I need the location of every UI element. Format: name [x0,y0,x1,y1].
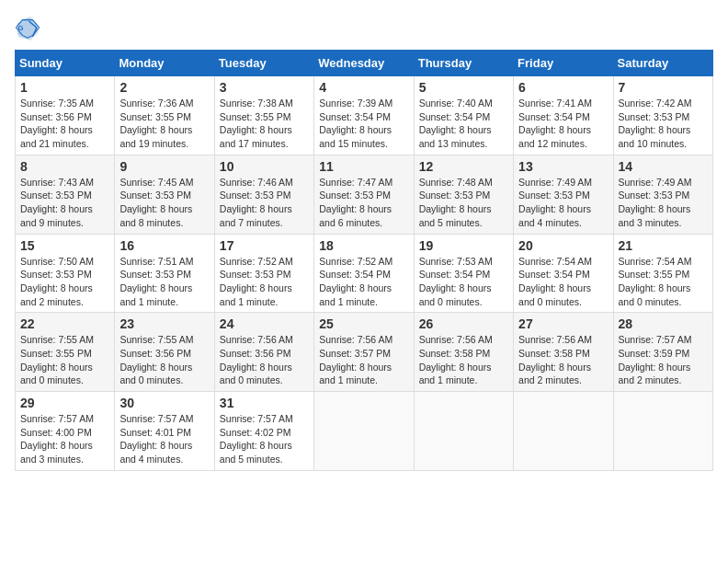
header-cell-thursday: Thursday [414,51,513,76]
day-info: Sunrise: 7:57 AMSunset: 3:59 PMDaylight:… [619,333,708,387]
day-cell: 23 Sunrise: 7:55 AMSunset: 3:56 PMDaylig… [115,313,214,392]
day-info: Sunrise: 7:48 AMSunset: 3:53 PMDaylight:… [419,176,508,230]
logo: G [15,15,44,40]
svg-text:G: G [18,24,24,32]
day-number: 4 [319,80,408,95]
day-cell: 7 Sunrise: 7:42 AMSunset: 3:53 PMDayligh… [613,76,712,155]
day-cell: 29 Sunrise: 7:57 AMSunset: 4:00 PMDaylig… [16,392,115,471]
day-cell: 13 Sunrise: 7:49 AMSunset: 3:53 PMDaylig… [514,155,613,234]
day-number: 16 [119,238,209,253]
day-info: Sunrise: 7:35 AMSunset: 3:56 PMDaylight:… [20,97,109,151]
day-number: 11 [319,159,408,174]
header-cell-sunday: Sunday [16,51,115,76]
day-cell: 4 Sunrise: 7:39 AMSunset: 3:54 PMDayligh… [314,76,414,155]
day-cell: 10 Sunrise: 7:46 AMSunset: 3:53 PMDaylig… [214,155,313,234]
day-number: 9 [119,159,209,174]
day-cell: 8 Sunrise: 7:43 AMSunset: 3:53 PMDayligh… [16,155,115,234]
day-info: Sunrise: 7:46 AMSunset: 3:53 PMDaylight:… [220,176,309,230]
day-number: 20 [518,238,608,253]
day-info: Sunrise: 7:51 AMSunset: 3:53 PMDaylight:… [119,255,209,309]
day-cell: 16 Sunrise: 7:51 AMSunset: 3:53 PMDaylig… [115,234,214,313]
week-row-4: 22 Sunrise: 7:55 AMSunset: 3:55 PMDaylig… [16,313,713,392]
day-number: 25 [319,316,408,331]
day-info: Sunrise: 7:55 AMSunset: 3:55 PMDaylight:… [20,333,109,387]
day-cell: 30 Sunrise: 7:57 AMSunset: 4:01 PMDaylig… [115,392,214,471]
day-number: 19 [419,238,508,253]
day-number: 22 [20,316,109,331]
calendar-header: SundayMondayTuesdayWednesdayThursdayFrid… [16,51,713,76]
day-info: Sunrise: 7:36 AMSunset: 3:55 PMDaylight:… [119,97,209,151]
day-cell: 12 Sunrise: 7:48 AMSunset: 3:53 PMDaylig… [414,155,513,234]
day-info: Sunrise: 7:49 AMSunset: 3:53 PMDaylight:… [619,176,708,230]
day-info: Sunrise: 7:56 AMSunset: 3:56 PMDaylight:… [220,333,309,387]
day-number: 27 [518,316,608,331]
day-number: 30 [119,396,209,410]
day-info: Sunrise: 7:41 AMSunset: 3:54 PMDaylight:… [518,97,608,151]
day-cell: 14 Sunrise: 7:49 AMSunset: 3:53 PMDaylig… [613,155,712,234]
day-number: 2 [119,80,209,95]
day-cell: 18 Sunrise: 7:52 AMSunset: 3:54 PMDaylig… [314,234,414,313]
day-cell: 20 Sunrise: 7:54 AMSunset: 3:54 PMDaylig… [514,234,613,313]
day-cell: 24 Sunrise: 7:56 AMSunset: 3:56 PMDaylig… [214,313,313,392]
day-number: 13 [518,159,608,174]
day-cell [613,392,712,471]
day-cell: 19 Sunrise: 7:53 AMSunset: 3:54 PMDaylig… [414,234,513,313]
day-cell: 31 Sunrise: 7:57 AMSunset: 4:02 PMDaylig… [214,392,313,471]
day-cell: 9 Sunrise: 7:45 AMSunset: 3:53 PMDayligh… [115,155,214,234]
calendar-body: 1 Sunrise: 7:35 AMSunset: 3:56 PMDayligh… [16,76,713,471]
day-info: Sunrise: 7:54 AMSunset: 3:55 PMDaylight:… [619,255,708,309]
day-cell: 21 Sunrise: 7:54 AMSunset: 3:55 PMDaylig… [613,234,712,313]
day-number: 1 [20,80,109,95]
day-info: Sunrise: 7:49 AMSunset: 3:53 PMDaylight:… [518,176,608,230]
day-number: 26 [419,316,508,331]
header-row: SundayMondayTuesdayWednesdayThursdayFrid… [16,51,713,76]
page-header: G [15,15,713,40]
day-cell: 2 Sunrise: 7:36 AMSunset: 3:55 PMDayligh… [115,76,214,155]
day-cell [514,392,613,471]
header-cell-tuesday: Tuesday [214,51,313,76]
day-cell: 26 Sunrise: 7:56 AMSunset: 3:58 PMDaylig… [414,313,513,392]
day-info: Sunrise: 7:57 AMSunset: 4:01 PMDaylight:… [119,412,209,466]
day-number: 31 [220,396,309,410]
day-cell [314,392,414,471]
day-info: Sunrise: 7:53 AMSunset: 3:54 PMDaylight:… [419,255,508,309]
day-number: 12 [419,159,508,174]
day-number: 28 [619,316,708,331]
day-info: Sunrise: 7:55 AMSunset: 3:56 PMDaylight:… [119,333,209,387]
day-number: 29 [20,396,109,410]
day-info: Sunrise: 7:52 AMSunset: 3:54 PMDaylight:… [319,255,408,309]
header-cell-friday: Friday [514,51,613,76]
day-info: Sunrise: 7:40 AMSunset: 3:54 PMDaylight:… [419,97,508,151]
header-cell-wednesday: Wednesday [314,51,414,76]
day-cell: 1 Sunrise: 7:35 AMSunset: 3:56 PMDayligh… [16,76,115,155]
day-number: 23 [119,316,209,331]
header-cell-monday: Monday [115,51,214,76]
day-cell [414,392,513,471]
calendar-table: SundayMondayTuesdayWednesdayThursdayFrid… [15,50,713,471]
day-cell: 6 Sunrise: 7:41 AMSunset: 3:54 PMDayligh… [514,76,613,155]
day-number: 17 [220,238,309,253]
day-cell: 22 Sunrise: 7:55 AMSunset: 3:55 PMDaylig… [16,313,115,392]
week-row-1: 1 Sunrise: 7:35 AMSunset: 3:56 PMDayligh… [16,76,713,155]
day-cell: 17 Sunrise: 7:52 AMSunset: 3:53 PMDaylig… [214,234,313,313]
logo-icon: G [15,15,40,40]
day-number: 7 [619,80,708,95]
day-info: Sunrise: 7:43 AMSunset: 3:53 PMDaylight:… [20,176,109,230]
day-cell: 15 Sunrise: 7:50 AMSunset: 3:53 PMDaylig… [16,234,115,313]
day-info: Sunrise: 7:57 AMSunset: 4:02 PMDaylight:… [220,412,309,466]
day-number: 6 [518,80,608,95]
day-number: 3 [220,80,309,95]
day-cell: 27 Sunrise: 7:56 AMSunset: 3:58 PMDaylig… [514,313,613,392]
day-cell: 11 Sunrise: 7:47 AMSunset: 3:53 PMDaylig… [314,155,414,234]
week-row-5: 29 Sunrise: 7:57 AMSunset: 4:00 PMDaylig… [16,392,713,471]
day-info: Sunrise: 7:45 AMSunset: 3:53 PMDaylight:… [119,176,209,230]
day-info: Sunrise: 7:57 AMSunset: 4:00 PMDaylight:… [20,412,109,466]
day-info: Sunrise: 7:39 AMSunset: 3:54 PMDaylight:… [319,97,408,151]
day-number: 15 [20,238,109,253]
day-number: 21 [619,238,708,253]
day-info: Sunrise: 7:56 AMSunset: 3:57 PMDaylight:… [319,333,408,387]
day-number: 8 [20,159,109,174]
day-info: Sunrise: 7:42 AMSunset: 3:53 PMDaylight:… [619,97,708,151]
day-info: Sunrise: 7:38 AMSunset: 3:55 PMDaylight:… [220,97,309,151]
day-info: Sunrise: 7:56 AMSunset: 3:58 PMDaylight:… [419,333,508,387]
